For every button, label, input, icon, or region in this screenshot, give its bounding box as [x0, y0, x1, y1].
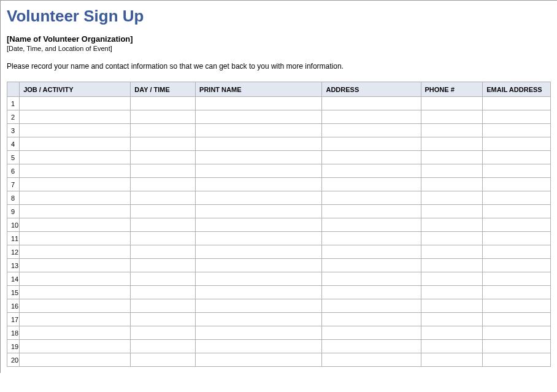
cell-job[interactable] — [20, 259, 131, 272]
cell-phone[interactable] — [421, 313, 483, 326]
cell-day[interactable] — [131, 151, 196, 164]
cell-day[interactable] — [131, 218, 196, 232]
cell-job[interactable] — [20, 97, 131, 110]
cell-address[interactable] — [322, 313, 421, 326]
cell-email[interactable] — [483, 286, 551, 299]
cell-address[interactable] — [322, 97, 421, 110]
cell-phone[interactable] — [421, 245, 483, 259]
cell-job[interactable] — [20, 299, 131, 313]
cell-job[interactable] — [20, 124, 131, 137]
cell-name[interactable] — [196, 272, 322, 286]
cell-job[interactable] — [20, 218, 131, 232]
cell-name[interactable] — [196, 232, 322, 245]
cell-name[interactable] — [196, 178, 322, 191]
cell-job[interactable] — [20, 151, 131, 164]
cell-email[interactable] — [483, 97, 551, 110]
cell-day[interactable] — [131, 286, 196, 299]
cell-name[interactable] — [196, 326, 322, 340]
cell-phone[interactable] — [421, 259, 483, 272]
cell-day[interactable] — [131, 313, 196, 326]
cell-address[interactable] — [322, 205, 421, 218]
cell-job[interactable] — [20, 286, 131, 299]
cell-phone[interactable] — [421, 151, 483, 164]
cell-name[interactable] — [196, 205, 322, 218]
cell-name[interactable] — [196, 151, 322, 164]
cell-email[interactable] — [483, 151, 551, 164]
cell-job[interactable] — [20, 313, 131, 326]
cell-address[interactable] — [322, 299, 421, 313]
cell-address[interactable] — [322, 326, 421, 340]
cell-address[interactable] — [322, 245, 421, 259]
cell-phone[interactable] — [421, 272, 483, 286]
cell-name[interactable] — [196, 286, 322, 299]
cell-email[interactable] — [483, 313, 551, 326]
cell-job[interactable] — [20, 164, 131, 178]
cell-phone[interactable] — [421, 232, 483, 245]
cell-phone[interactable] — [421, 326, 483, 340]
cell-day[interactable] — [131, 232, 196, 245]
cell-email[interactable] — [483, 110, 551, 124]
cell-name[interactable] — [196, 299, 322, 313]
cell-phone[interactable] — [421, 164, 483, 178]
cell-phone[interactable] — [421, 191, 483, 205]
cell-job[interactable] — [20, 232, 131, 245]
cell-email[interactable] — [483, 353, 551, 367]
cell-address[interactable] — [322, 286, 421, 299]
cell-job[interactable] — [20, 205, 131, 218]
cell-name[interactable] — [196, 110, 322, 124]
cell-address[interactable] — [322, 218, 421, 232]
cell-email[interactable] — [483, 191, 551, 205]
cell-job[interactable] — [20, 272, 131, 286]
cell-name[interactable] — [196, 124, 322, 137]
cell-phone[interactable] — [421, 299, 483, 313]
cell-email[interactable] — [483, 232, 551, 245]
cell-address[interactable] — [322, 340, 421, 353]
cell-name[interactable] — [196, 164, 322, 178]
cell-email[interactable] — [483, 340, 551, 353]
cell-job[interactable] — [20, 326, 131, 340]
cell-email[interactable] — [483, 218, 551, 232]
cell-phone[interactable] — [421, 286, 483, 299]
cell-job[interactable] — [20, 178, 131, 191]
cell-job[interactable] — [20, 137, 131, 151]
cell-name[interactable] — [196, 191, 322, 205]
cell-name[interactable] — [196, 218, 322, 232]
cell-phone[interactable] — [421, 110, 483, 124]
cell-day[interactable] — [131, 124, 196, 137]
cell-email[interactable] — [483, 137, 551, 151]
cell-phone[interactable] — [421, 124, 483, 137]
cell-day[interactable] — [131, 259, 196, 272]
cell-email[interactable] — [483, 178, 551, 191]
cell-phone[interactable] — [421, 218, 483, 232]
cell-day[interactable] — [131, 326, 196, 340]
cell-address[interactable] — [322, 164, 421, 178]
cell-job[interactable] — [20, 191, 131, 205]
cell-job[interactable] — [20, 353, 131, 367]
cell-email[interactable] — [483, 272, 551, 286]
cell-address[interactable] — [322, 191, 421, 205]
cell-email[interactable] — [483, 245, 551, 259]
cell-name[interactable] — [196, 137, 322, 151]
cell-email[interactable] — [483, 326, 551, 340]
cell-day[interactable] — [131, 272, 196, 286]
cell-address[interactable] — [322, 272, 421, 286]
cell-name[interactable] — [196, 353, 322, 367]
cell-phone[interactable] — [421, 97, 483, 110]
cell-email[interactable] — [483, 164, 551, 178]
cell-address[interactable] — [322, 137, 421, 151]
cell-email[interactable] — [483, 299, 551, 313]
cell-day[interactable] — [131, 137, 196, 151]
cell-name[interactable] — [196, 245, 322, 259]
cell-name[interactable] — [196, 259, 322, 272]
cell-day[interactable] — [131, 340, 196, 353]
cell-day[interactable] — [131, 178, 196, 191]
cell-job[interactable] — [20, 340, 131, 353]
cell-email[interactable] — [483, 205, 551, 218]
cell-address[interactable] — [322, 151, 421, 164]
cell-address[interactable] — [322, 124, 421, 137]
cell-address[interactable] — [322, 353, 421, 367]
cell-address[interactable] — [322, 110, 421, 124]
cell-phone[interactable] — [421, 178, 483, 191]
cell-day[interactable] — [131, 245, 196, 259]
cell-day[interactable] — [131, 299, 196, 313]
